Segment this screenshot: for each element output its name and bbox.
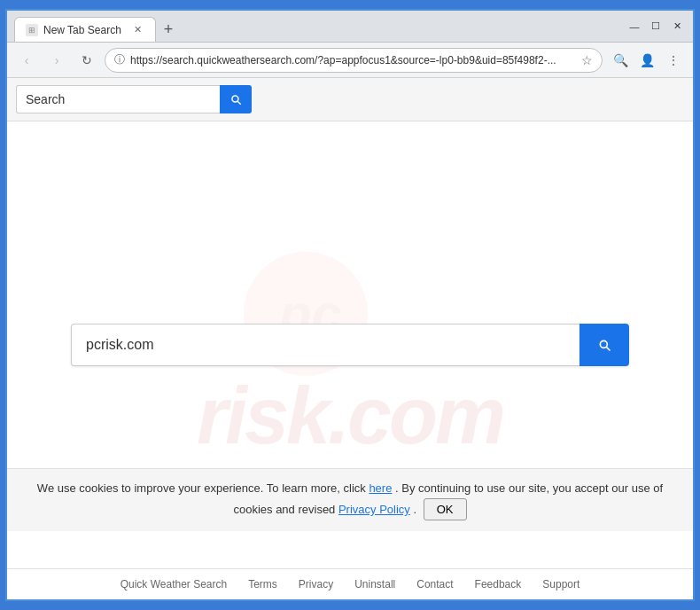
minimize-button[interactable]: — (626, 18, 643, 35)
maximize-button[interactable]: ☐ (647, 18, 665, 35)
top-search-button[interactable] (220, 85, 252, 113)
navigation-bar: ‹ › ↻ ⓘ https://search.quickweathersearc… (7, 43, 693, 78)
cookie-ok-button[interactable]: OK (424, 498, 467, 520)
tab-title: New Tab Search (43, 24, 121, 36)
back-button[interactable]: ‹ (14, 48, 39, 73)
cookie-banner: We use cookies to improve your experienc… (7, 468, 693, 531)
search-engine-icon[interactable]: 🔍 (608, 48, 633, 73)
main-content: pc PC risk.com We use cookies to improve… (7, 121, 693, 568)
cookie-here-link[interactable]: here (369, 481, 392, 495)
browser-window: ⊞ New Tab Search ✕ + — ☐ ✕ ‹ › ↻ ⓘ https… (5, 9, 695, 601)
center-search-button[interactable] (579, 324, 629, 366)
nav-extras: 🔍 👤 ⋮ (608, 48, 686, 73)
footer-link-terms[interactable]: Terms (248, 578, 277, 590)
tab-favicon: ⊞ (26, 24, 38, 36)
reload-button[interactable]: ↻ (74, 48, 99, 73)
top-search-input[interactable] (16, 85, 220, 113)
footer-link-quickweathersearch[interactable]: Quick Weather Search (121, 578, 228, 590)
url-text: https://search.quickweathersearch.com/?a… (130, 54, 576, 66)
top-search-area (7, 78, 693, 121)
cookie-text-4: . (414, 503, 417, 516)
footer-link-privacy[interactable]: Privacy (299, 578, 333, 590)
cookie-text-3: cookies and revised (233, 503, 338, 516)
cookie-text-2: . By continuing to use our site, you acc… (395, 481, 663, 495)
bookmark-icon[interactable]: ☆ (581, 53, 593, 67)
footer-link-contact[interactable]: Contact (416, 578, 453, 590)
top-search-icon (229, 93, 242, 106)
tab-close-button[interactable]: ✕ (130, 23, 144, 37)
footer-link-feedback[interactable]: Feedback (475, 578, 522, 590)
close-button[interactable]: ✕ (668, 18, 686, 35)
footer-link-uninstall[interactable]: Uninstall (354, 578, 395, 590)
footer: Quick Weather Search Terms Privacy Unins… (7, 568, 693, 599)
watermark-logo: pc PC (235, 234, 465, 411)
lock-icon: ⓘ (114, 52, 125, 67)
footer-link-support[interactable]: Support (542, 578, 579, 590)
tab-area: ⊞ New Tab Search ✕ + (14, 11, 622, 42)
center-search-input[interactable] (71, 324, 579, 366)
center-search-icon (597, 338, 611, 352)
title-bar: ⊞ New Tab Search ✕ + — ☐ ✕ (7, 11, 693, 43)
menu-icon[interactable]: ⋮ (661, 48, 686, 73)
cookie-policy-link[interactable]: Privacy Policy (338, 503, 410, 516)
cookie-text-1: We use cookies to improve your experienc… (37, 481, 369, 495)
browser-tab[interactable]: ⊞ New Tab Search ✕ (14, 17, 156, 42)
forward-button[interactable]: › (44, 48, 69, 73)
window-controls: — ☐ ✕ (626, 18, 686, 35)
center-search-area (71, 324, 629, 366)
address-bar[interactable]: ⓘ https://search.quickweathersearch.com/… (105, 48, 603, 73)
new-tab-button[interactable]: + (156, 17, 181, 42)
account-icon[interactable]: 👤 (634, 48, 659, 73)
